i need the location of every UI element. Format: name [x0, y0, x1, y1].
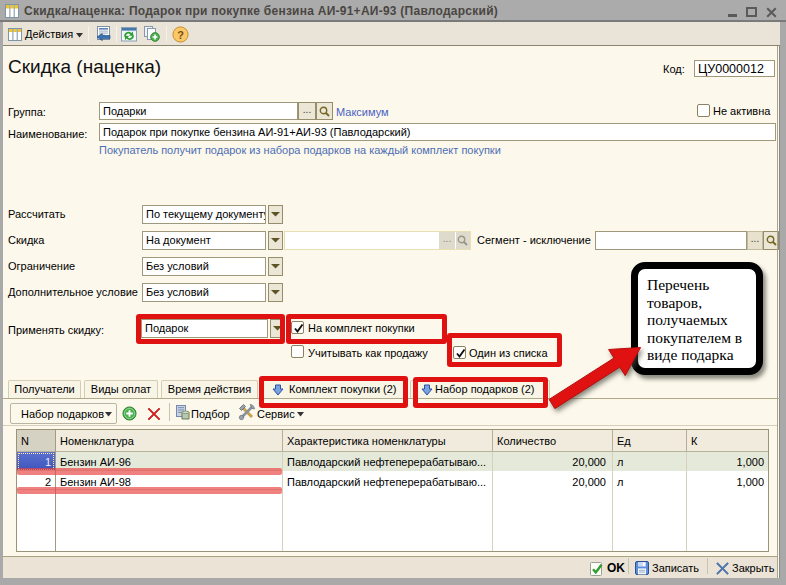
svg-text:?: ?: [177, 29, 184, 41]
